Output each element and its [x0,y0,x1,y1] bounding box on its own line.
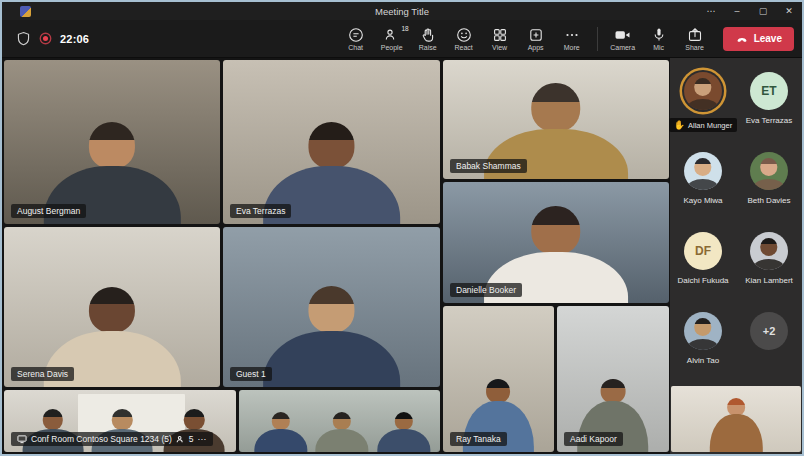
teams-meeting-window: Meeting Title ⋯ – ▢ ✕ 22:06 Chat [0,0,804,456]
recording-indicator-icon [38,31,53,46]
raised-hand-ring [682,70,724,112]
close-button[interactable]: ✕ [776,2,802,20]
participant-roster: ✋ Allan Munger ET Eva Terrazas Kayo Miwa… [670,58,802,388]
chat-button[interactable]: Chat [338,25,374,53]
video-tile-eva-terrazas[interactable]: Eva Terrazas [223,60,440,224]
participant-name: Kayo Miwa [683,196,722,205]
overflow-count-badge: +2 [750,312,788,350]
participant-name: Beth Davies [747,196,790,205]
room-screen-icon [17,434,27,444]
view-grid-icon [492,27,508,43]
participant-name-label: Guest 1 [230,367,272,381]
raise-hand-icon [420,27,436,43]
react-smiley-icon [456,27,472,43]
participant-name-label: Eva Terrazas [230,204,291,218]
people-icon [384,27,400,43]
leave-label: Leave [754,33,782,44]
participant-name: ✋ Allan Munger [669,118,737,132]
toolbar-buttons: Chat 18 People Raise [338,25,794,53]
room-person-figure [311,399,371,452]
room-people-count: 5 [189,434,194,444]
sidebar-participant-kayo-miwa[interactable]: Kayo Miwa [670,148,736,228]
window-controls: ⋯ – ▢ ✕ [698,2,802,20]
avatar [750,232,788,270]
video-tile-babak-shammas[interactable]: Babak Shammas [443,60,669,179]
participant-name-label: Aadi Kapoor [564,432,623,446]
video-tile-serena-davis[interactable]: Serena Davis [4,227,220,387]
maximize-button[interactable]: ▢ [750,2,776,20]
video-tile-ray-tanaka[interactable]: Ray Tanaka [443,306,554,452]
leave-button[interactable]: Leave [723,27,794,51]
more-button[interactable]: More [554,25,590,53]
meeting-toolbar: 22:06 Chat 18 People [2,20,802,58]
hang-up-icon [735,33,749,45]
sidebar-participant-daichi-fukuda[interactable]: DF Daichi Fukuda [670,228,736,308]
minimize-button[interactable]: – [724,2,750,20]
share-screen-icon [687,27,703,43]
view-button[interactable]: View [482,25,518,53]
participants-sidebar: ✋ Allan Munger ET Eva Terrazas Kayo Miwa… [670,58,802,454]
video-tile-aadi-kapoor[interactable]: Aadi Kapoor [557,306,669,452]
video-tile-room-camera-2[interactable] [239,390,440,452]
avatar: ET [750,72,788,110]
participant-name-label: Ray Tanaka [450,432,507,446]
room-more-icon[interactable]: ⋯ [198,434,208,444]
room-person-figure [374,399,434,452]
avatar [684,72,722,110]
toolbar-divider [597,27,598,51]
meeting-info: 22:06 [16,31,89,46]
video-tile-conf-room[interactable]: Conf Room Contoso Square 1234 (5) 5 ⋯ [4,390,236,452]
avatar [750,152,788,190]
avatar: DF [684,232,722,270]
more-dots-icon [564,27,580,43]
participant-name-label: Serena Davis [11,367,74,381]
sidebar-participant-beth-davies[interactable]: Beth Davies [736,148,802,228]
participant-name-label: August Bergman [11,204,86,218]
video-stage: August Bergman Eva Terrazas Serena Davis… [2,58,802,454]
participant-figure [253,259,409,387]
camera-button[interactable]: Camera [605,25,641,53]
room-person-figure [251,399,311,452]
participant-name-label: Babak Shammas [450,159,527,173]
participant-name-label: Danielle Booker [450,283,522,297]
sidebar-participant-allan-munger[interactable]: ✋ Allan Munger [670,68,736,148]
share-button[interactable]: Share [677,25,713,53]
self-figure [706,386,766,452]
mic-icon [651,27,667,43]
video-tile-august-bergman[interactable]: August Bergman [4,60,220,224]
meeting-timer: 22:06 [60,33,89,45]
video-tile-danielle-booker[interactable]: Danielle Booker [443,182,669,303]
window-more-button[interactable]: ⋯ [698,2,724,20]
window-title: Meeting Title [2,6,802,17]
raised-hand-icon: ✋ [674,120,685,130]
conf-room-label: Conf Room Contoso Square 1234 (5) 5 ⋯ [11,432,213,446]
room-people-icon [176,435,185,444]
mic-button[interactable]: Mic [641,25,677,53]
sidebar-participant-eva-terrazas[interactable]: ET Eva Terrazas [736,68,802,148]
video-tile-guest-1[interactable]: Guest 1 [223,227,440,387]
apps-button[interactable]: Apps [518,25,554,53]
react-button[interactable]: React [446,25,482,53]
participant-name: Daichi Fukuda [677,276,728,285]
chat-icon [348,27,364,43]
camera-icon [614,27,631,43]
self-view-tile[interactable] [671,386,801,452]
avatar [684,312,722,350]
shield-icon [16,31,31,46]
avatar [684,152,722,190]
people-count-badge: 18 [401,25,408,32]
participant-name: Alvin Tao [687,356,719,365]
apps-plus-icon [528,27,544,43]
sidebar-overflow-participants[interactable]: +2 [736,308,802,388]
sidebar-participant-alvin-tao[interactable]: Alvin Tao [670,308,736,388]
app-logo-icon [20,6,31,17]
participant-name: Kian Lambert [745,276,793,285]
participant-name: Eva Terrazas [746,116,793,125]
title-bar: Meeting Title ⋯ – ▢ ✕ [2,2,802,20]
sidebar-participant-kian-lambert[interactable]: Kian Lambert [736,228,802,308]
people-button[interactable]: 18 People [374,25,410,53]
raise-hand-button[interactable]: Raise [410,25,446,53]
